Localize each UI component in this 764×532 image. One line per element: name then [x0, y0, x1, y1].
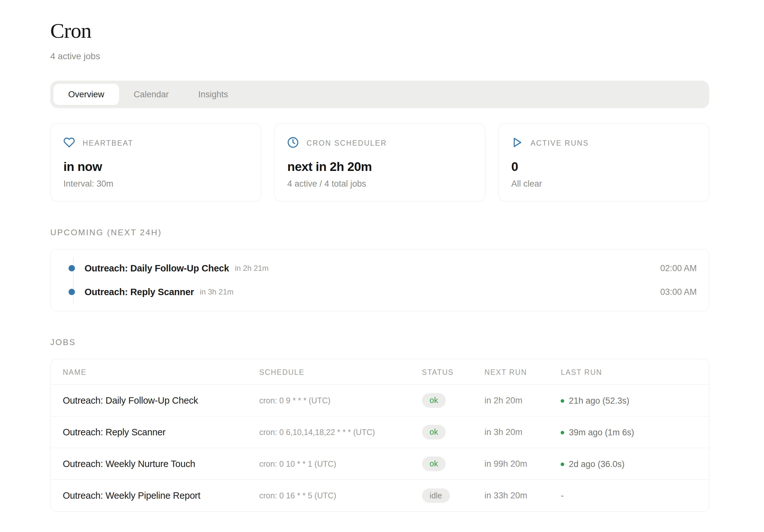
active-runs-value: 0 [511, 160, 696, 174]
timeline-bullet-icon [69, 289, 75, 295]
heartbeat-card: HEARTBEAT in now Interval: 30m [50, 123, 261, 201]
tab-calendar[interactable]: Calendar [119, 84, 184, 105]
table-row[interactable]: Outreach: Daily Follow-Up Check cron: 0 … [51, 385, 709, 417]
tab-bar: Overview Calendar Insights [50, 81, 709, 108]
upcoming-item[interactable]: Outreach: Daily Follow-Up Check in 2h 21… [51, 257, 709, 280]
status-badge: idle [422, 488, 450, 503]
success-dot-icon [561, 462, 564, 466]
upcoming-job-name: Outreach: Reply Scanner [85, 287, 194, 297]
job-name: Outreach: Weekly Pipeline Report [51, 480, 259, 511]
job-schedule: cron: 0 16 * * 5 (UTC) [259, 480, 422, 511]
upcoming-relative-time: in 2h 21m [235, 264, 268, 273]
stat-cards: HEARTBEAT in now Interval: 30m CRON SCHE… [50, 123, 709, 201]
cron-scheduler-counts: 4 active / 4 total jobs [287, 179, 472, 189]
heartbeat-value: in now [64, 160, 248, 174]
heartbeat-label: HEARTBEAT [83, 139, 133, 148]
job-schedule: cron: 0 9 * * * (UTC) [259, 385, 422, 417]
play-icon [511, 137, 523, 149]
status-badge: ok [422, 425, 446, 440]
heartbeat-interval: Interval: 30m [64, 179, 248, 189]
job-last-run: - [561, 491, 564, 501]
table-row[interactable]: Outreach: Weekly Nurture Touch cron: 0 1… [51, 448, 709, 480]
heart-icon [64, 137, 75, 149]
success-dot-icon [561, 399, 564, 403]
status-badge: ok [422, 393, 446, 408]
column-header-status: STATUS [422, 359, 484, 385]
jobs-table: NAME SCHEDULE STATUS NEXT RUN LAST RUN O… [50, 359, 709, 512]
upcoming-clock-time: 02:00 AM [660, 264, 697, 273]
upcoming-list: Outreach: Daily Follow-Up Check in 2h 21… [50, 249, 709, 311]
column-header-name: NAME [51, 359, 259, 385]
active-runs-status: All clear [511, 179, 696, 189]
job-name: Outreach: Reply Scanner [51, 417, 259, 448]
job-next-run: in 2h 20m [484, 385, 561, 417]
upcoming-clock-time: 03:00 AM [660, 287, 697, 297]
job-last-run: 2d ago (36.0s) [569, 459, 624, 469]
job-name: Outreach: Daily Follow-Up Check [51, 385, 259, 417]
tab-overview[interactable]: Overview [54, 84, 119, 105]
upcoming-relative-time: in 3h 21m [200, 287, 234, 296]
cron-scheduler-value: next in 2h 20m [287, 160, 472, 174]
job-schedule: cron: 0 10 * * 1 (UTC) [259, 448, 422, 480]
jobs-section-heading: JOBS [50, 337, 709, 347]
jobs-table-header: NAME SCHEDULE STATUS NEXT RUN LAST RUN [51, 359, 709, 385]
table-row[interactable]: Outreach: Reply Scanner cron: 0 6,10,14,… [51, 417, 709, 448]
status-badge: ok [422, 456, 446, 471]
job-last-run: 39m ago (1m 6s) [569, 428, 634, 438]
job-next-run: in 3h 20m [484, 417, 561, 448]
active-jobs-count: 4 active jobs [50, 51, 709, 62]
upcoming-section-heading: UPCOMING (NEXT 24H) [50, 228, 709, 238]
cron-scheduler-label: CRON SCHEDULER [306, 139, 387, 148]
active-runs-card: ACTIVE RUNS 0 All clear [498, 123, 709, 201]
table-row[interactable]: Outreach: Weekly Pipeline Report cron: 0… [51, 480, 709, 511]
column-header-schedule: SCHEDULE [259, 359, 422, 385]
success-dot-icon [561, 431, 564, 435]
column-header-next-run: NEXT RUN [484, 359, 561, 385]
timeline-bullet-icon [69, 265, 75, 271]
job-next-run: in 33h 20m [484, 480, 561, 511]
upcoming-job-name: Outreach: Daily Follow-Up Check [85, 263, 229, 274]
upcoming-item[interactable]: Outreach: Reply Scanner in 3h 21m 03:00 … [51, 280, 709, 304]
column-header-last-run: LAST RUN [561, 359, 709, 385]
active-runs-label: ACTIVE RUNS [530, 139, 589, 148]
tab-insights[interactable]: Insights [183, 84, 243, 105]
clock-icon [287, 137, 299, 149]
cron-scheduler-card: CRON SCHEDULER next in 2h 20m 4 active /… [274, 123, 485, 201]
cron-page: Cron 4 active jobs Overview Calendar Ins… [0, 0, 764, 512]
job-next-run: in 99h 20m [484, 448, 561, 480]
page-title: Cron [50, 19, 709, 43]
job-name: Outreach: Weekly Nurture Touch [51, 448, 259, 480]
job-last-run: 21h ago (52.3s) [569, 396, 629, 406]
job-schedule: cron: 0 6,10,14,18,22 * * * (UTC) [259, 417, 422, 448]
